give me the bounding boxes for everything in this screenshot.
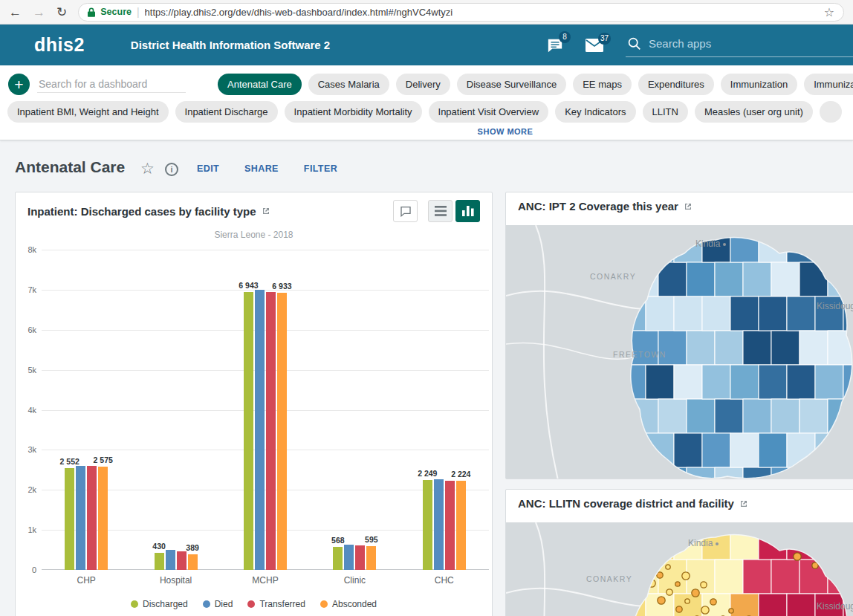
- open-in-app-icon[interactable]: [739, 499, 748, 508]
- dashboard-chip[interactable]: Expenditures: [638, 74, 714, 95]
- bar-transferred: [177, 551, 187, 570]
- address-bar[interactable]: Secure | https://play.dhis2.org/dev/dhis…: [78, 3, 844, 22]
- forward-button[interactable]: →: [33, 6, 45, 19]
- comment-icon: [400, 205, 412, 217]
- table-view-button[interactable]: [428, 200, 453, 222]
- map-city-label: FREETOWN: [613, 350, 666, 359]
- dhis2-logo[interactable]: dhis2: [34, 34, 85, 56]
- dashboard-chip[interactable]: Cases Malaria: [308, 74, 389, 95]
- bookmark-star-icon[interactable]: ☆: [824, 5, 834, 19]
- dashboard-chips-row-1: Antenatal CareCases MalariaDeliveryDisea…: [218, 74, 853, 95]
- map-card-llitn: ANC: LLITN coverage district and facilit…: [505, 489, 853, 616]
- map-canvas-choropleth-blue[interactable]: [506, 225, 853, 479]
- map2-area[interactable]: Kindia CONAKRY Kissidougou: [506, 522, 853, 616]
- messages-button[interactable]: 37: [586, 39, 603, 52]
- y-axis-label: 1k: [27, 525, 36, 534]
- x-axis-category-label: Hospital: [131, 575, 220, 586]
- chart-legend: DischargedDiedTransferredAbsconded: [16, 599, 492, 609]
- y-axis-label: 3k: [27, 445, 36, 454]
- dashboard-chip[interactable]: Inpatient Morbidity Mortality: [285, 101, 422, 123]
- search-apps-input[interactable]: [649, 37, 852, 50]
- interpretations-button[interactable]: 8: [547, 37, 563, 54]
- x-axis-category-label: CHP: [42, 575, 131, 586]
- reload-button[interactable]: ↻: [56, 6, 67, 19]
- legend-item-died[interactable]: Died: [203, 599, 233, 609]
- map-city-label: Kindia: [695, 239, 726, 249]
- dashboard-chip-selected[interactable]: Antenatal Care: [218, 74, 302, 95]
- secure-lock-icon: [88, 7, 95, 17]
- bar-value-label: 6 943: [239, 281, 258, 290]
- info-icon: i: [170, 165, 172, 174]
- dashboard-chip[interactable]: Immunization: [721, 74, 797, 95]
- bar-group-chp: 2 5522 575CHP: [42, 250, 131, 570]
- chart-subtitle: Sierra Leone - 2018: [16, 230, 492, 240]
- bar-value-label: 595: [365, 535, 378, 544]
- bar-group-hospital: 430389Hospital: [131, 250, 220, 570]
- bar-group-mchp: 6 9436 933MCHP: [221, 250, 310, 570]
- map-canvas-choropleth-red-dots[interactable]: [506, 522, 853, 616]
- table-icon: [435, 206, 447, 216]
- chart-view-button-active[interactable]: [455, 200, 480, 222]
- app-search[interactable]: [626, 33, 853, 57]
- dashboard-chip[interactable]: Key Indicators: [555, 101, 635, 123]
- interpretations-badge: 8: [559, 31, 571, 43]
- open-in-app-icon[interactable]: [262, 207, 270, 215]
- dashboard-chips-row-2: Inpatient BMI, Weight and HeightInpatien…: [7, 101, 842, 123]
- bar-value-label: 430: [152, 542, 166, 551]
- dashboard-title: Antenatal Care: [15, 158, 125, 176]
- back-button[interactable]: ←: [9, 6, 22, 19]
- bar-value-label: 2 575: [94, 455, 113, 464]
- add-dashboard-button[interactable]: +: [8, 74, 30, 95]
- legend-item-discharged[interactable]: Discharged: [131, 599, 188, 609]
- chart-card-title: Inpatient: Discharged cases by facility …: [27, 205, 256, 218]
- plus-icon: +: [14, 76, 23, 94]
- bar-discharged: 568: [333, 547, 343, 570]
- dashboard-chip[interactable]: Measles (user org unit): [695, 101, 813, 123]
- dashboard-chip[interactable]: Inpatient Visit Overview: [429, 101, 549, 123]
- bar-died: [76, 466, 85, 570]
- chart-card: Inpatient: Discharged cases by facility …: [15, 192, 493, 616]
- dashboard-chip[interactable]: LLITN: [643, 101, 688, 123]
- y-axis-label: 6k: [27, 325, 36, 334]
- browser-chrome: ← → ↻ Secure | https://play.dhis2.org/de…: [0, 0, 853, 25]
- legend-item-transferred[interactable]: Transferred: [247, 599, 305, 609]
- interpretations-toggle-button[interactable]: [393, 200, 418, 222]
- filter-button[interactable]: FILTER: [304, 163, 337, 174]
- bar-value-label: 2 249: [418, 469, 437, 478]
- edit-button[interactable]: EDIT: [197, 163, 219, 174]
- y-axis-label: 5k: [27, 366, 36, 375]
- legend-item-absconded[interactable]: Absconded: [320, 599, 377, 609]
- dashboard-chip[interactable]: Disease Surveillance: [457, 74, 566, 95]
- bar-value-label: 389: [186, 543, 199, 552]
- map-city-label: CONAKRY: [586, 574, 632, 583]
- bar-transferred: [445, 481, 455, 570]
- app-header: dhis2 District Health Information Softwa…: [0, 25, 853, 65]
- bar-chart-icon: [462, 206, 474, 216]
- show-more-link[interactable]: SHOW MORE: [158, 127, 853, 136]
- bar-died: [166, 550, 175, 570]
- x-axis-category-label: MCHP: [221, 575, 310, 586]
- star-dashboard-button[interactable]: ☆: [140, 160, 155, 178]
- map1-area[interactable]: Kindia CONAKRY FREETOWN Kissidougou: [506, 225, 853, 479]
- share-button[interactable]: SHARE: [244, 163, 279, 174]
- bar-discharged: 430: [155, 553, 164, 570]
- y-axis-label: 7k: [27, 285, 36, 294]
- dashboard-chip[interactable]: Inpatient BMI, Weight and Height: [7, 101, 169, 123]
- y-axis-label: 4k: [27, 406, 36, 415]
- app-title: District Health Information Software 2: [131, 39, 330, 51]
- dashboard-chip[interactable]: Delivery: [396, 74, 450, 95]
- dashboard-chip[interactable]: Immunization data: [804, 74, 853, 95]
- info-button[interactable]: i: [165, 163, 178, 176]
- bar-absconded: 595: [366, 546, 376, 570]
- dashboard-chip[interactable]: Inpatient Discharge: [175, 101, 278, 123]
- y-axis-label: 0: [32, 565, 36, 574]
- bar-transferred: [266, 292, 276, 570]
- dashboard-chip[interactable]: [820, 101, 842, 123]
- dashboard-chip[interactable]: EE maps: [573, 74, 632, 95]
- bar-died: [255, 290, 265, 570]
- chart-plot-area: 2 5522 575CHP430389Hospital6 9436 933MCH…: [42, 250, 489, 570]
- open-in-app-icon[interactable]: [684, 202, 693, 211]
- map2-card-header: ANC: LLITN coverage district and facilit…: [506, 490, 853, 510]
- dashboard-search-input[interactable]: [37, 76, 186, 93]
- bar-group-clinic: 568595Clinic: [310, 250, 399, 570]
